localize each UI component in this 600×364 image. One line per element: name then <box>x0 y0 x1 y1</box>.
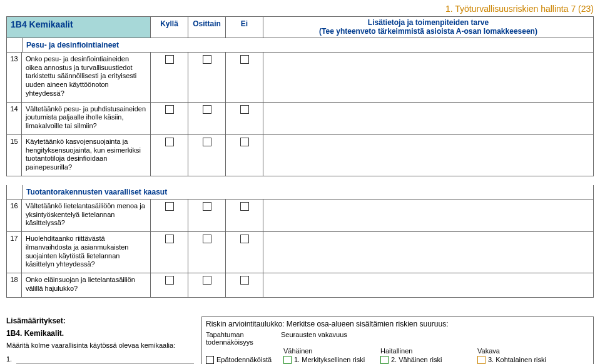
question-row: 18 Onko eläinsuojan ja lietelantasäiliön… <box>7 273 593 297</box>
sev-label: Vähäinen <box>281 347 378 355</box>
checkbox-no[interactable] <box>240 276 249 285</box>
question-row: 13 Onko pesu- ja desinfiointiaineiden oi… <box>7 52 593 102</box>
risk-prob: Epätodennäköistä <box>216 356 272 363</box>
checkbox-partly[interactable] <box>203 55 211 64</box>
checkbox-yes[interactable] <box>165 138 174 146</box>
checkbox-no[interactable] <box>240 138 249 146</box>
checkbox-yes[interactable] <box>165 105 174 114</box>
extra-definitions: Lisämääritykset: 1B4. Kemikaalit. Määrit… <box>6 316 194 364</box>
details-cell[interactable] <box>263 273 593 297</box>
risk-cons-header: Seurausten vakavuus <box>281 331 589 346</box>
checkbox-partly[interactable] <box>203 202 211 211</box>
details-cell[interactable] <box>263 200 593 231</box>
checkbox-no[interactable] <box>240 235 249 243</box>
risk-matrix: Riskin arviointitaulukko: Merkitse osa-a… <box>201 316 594 364</box>
checkbox-no[interactable] <box>240 105 249 114</box>
risk-cell: 2. Vähäinen riski <box>391 356 442 363</box>
checkbox-icon[interactable] <box>283 356 292 364</box>
checkbox-partly[interactable] <box>203 138 211 146</box>
page-header: 1. Työturvallisuusriskien hallinta 7 (23… <box>6 4 594 14</box>
q-num: 15 <box>7 135 22 176</box>
q-text: Käytetäänkö kasvojensuojainta ja hengity… <box>22 135 151 176</box>
risk-cell: 3. Kohtalainen riski <box>488 356 546 363</box>
bottom-area: Lisämääritykset: 1B4. Kemikaalit. Määrit… <box>6 316 594 364</box>
extra-title: Lisämääritykset: <box>6 316 194 325</box>
checkbox-partly[interactable] <box>203 235 211 243</box>
risk-title: Riskin arviointitaulukko: Merkitse osa-a… <box>206 320 589 328</box>
col-no: Ei <box>226 17 263 38</box>
details-header: Lisätietoja ja toimenpiteiden tarve (Tee… <box>263 17 593 38</box>
checkbox-icon[interactable] <box>477 356 486 364</box>
risk-row: Epätodennäköistä 1. Merkityksellinen ris… <box>206 356 589 364</box>
checkbox-icon[interactable] <box>206 356 214 364</box>
answer-columns: Kyllä Osittain Ei <box>151 17 263 38</box>
section-header-row: 1B4 Kemikaalit Kyllä Osittain Ei Lisätie… <box>6 16 594 38</box>
sev-label: Haitallinen <box>378 347 475 355</box>
group2-title: Tuotantorakennusten vaaralliset kaasut <box>23 185 593 199</box>
section-title: 1B4 Kemikaalit <box>7 17 151 38</box>
checkbox-partly[interactable] <box>203 105 211 114</box>
checkbox-partly[interactable] <box>203 276 211 285</box>
group2-numcol <box>7 185 23 199</box>
q-num: 16 <box>7 200 22 231</box>
checkbox-yes[interactable] <box>165 202 174 211</box>
q-text: Vältetäänkö lietelantasäiliöön menoa ja … <box>22 200 151 231</box>
section-code: 1B4 <box>11 19 27 29</box>
risk-headers: Tapahtuman todennäköisyys Seurausten vak… <box>206 331 589 346</box>
col-yes: Kyllä <box>151 17 188 38</box>
extra-num: 1. <box>6 355 16 364</box>
risk-prob-header: Tapahtuman todennäköisyys <box>206 331 281 346</box>
sev-label: Vakava <box>475 347 572 355</box>
question-row: 17 Huolehditaanko riittävästä ilmanvaihd… <box>7 231 593 273</box>
checkbox-yes[interactable] <box>165 276 174 285</box>
checkbox-no[interactable] <box>240 55 249 64</box>
checkbox-yes[interactable] <box>165 235 174 243</box>
details-cell[interactable] <box>263 135 593 176</box>
details-cell[interactable] <box>263 53 593 102</box>
q-text: Huolehditaanko riittävästä ilmanvaihdost… <box>22 232 151 273</box>
q-text: Onko pesu- ja desinfiointiaineiden oikea… <box>22 53 151 102</box>
checkbox-no[interactable] <box>240 202 249 211</box>
section-name: Kemikaalit <box>29 19 73 29</box>
group1-row: Pesu- ja desinfiointiaineet <box>7 38 593 52</box>
details-title: Lisätietoja ja toimenpiteiden tarve <box>368 18 489 27</box>
question-row: 16 Vältetäänkö lietelantasäiliöön menoa … <box>7 199 593 231</box>
q-num: 13 <box>7 53 22 102</box>
group1-title: Pesu- ja desinfiointiaineet <box>23 38 593 52</box>
question-row: 14 Vältetäänkö pesu- ja puhdistusaineide… <box>7 102 593 134</box>
details-cell[interactable] <box>263 103 593 134</box>
q-text: Vältetäänkö pesu- ja puhdistusaineiden j… <box>22 103 151 134</box>
q-num: 18 <box>7 273 22 297</box>
details-sub: (Tee yhteenveto tärkeimmistä asioista A-… <box>319 27 537 36</box>
q-num: 17 <box>7 232 22 273</box>
checkbox-icon[interactable] <box>380 356 389 364</box>
q-num: 14 <box>7 103 22 134</box>
risk-cell: 1. Merkityksellinen riski <box>294 356 365 363</box>
extra-sub: 1B4. Kemikaalit. <box>6 329 194 338</box>
q-text: Onko eläinsuojan ja lietelantasäiliön vä… <box>22 273 151 297</box>
checkbox-yes[interactable] <box>165 55 174 64</box>
extra-input-1[interactable]: 1. <box>6 355 194 364</box>
questions-block-2: Tuotantorakennusten vaaralliset kaasut 1… <box>6 185 594 298</box>
questions-block-1: Pesu- ja desinfiointiaineet 13 Onko pesu… <box>6 38 594 176</box>
group1-numcol <box>7 38 23 52</box>
extra-field[interactable] <box>16 355 194 364</box>
group2-row: Tuotantorakennusten vaaralliset kaasut <box>7 185 593 199</box>
extra-line: Määritä kolme vaarallisinta käytössä ole… <box>6 341 194 349</box>
question-row: 15 Käytetäänkö kasvojensuojainta ja heng… <box>7 134 593 176</box>
details-cell[interactable] <box>263 232 593 273</box>
col-partly: Osittain <box>188 17 226 38</box>
risk-severity-row: Vähäinen Haitallinen Vakava <box>206 347 589 355</box>
